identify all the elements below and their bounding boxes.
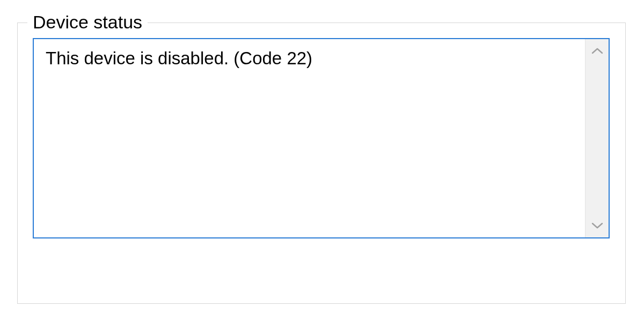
scrollbar[interactable] [585, 39, 609, 237]
device-status-textbox[interactable]: This device is disabled. (Code 22) [33, 38, 610, 238]
device-status-legend: Device status [27, 10, 148, 35]
device-status-message: This device is disabled. (Code 22) [34, 39, 585, 237]
device-status-groupbox: Device status This device is disabled. (… [17, 23, 626, 304]
scroll-down-button[interactable] [586, 214, 609, 237]
scroll-up-button[interactable] [586, 39, 609, 63]
chevron-down-icon [591, 222, 603, 229]
scrollbar-track[interactable] [586, 63, 609, 214]
chevron-up-icon [591, 47, 603, 55]
